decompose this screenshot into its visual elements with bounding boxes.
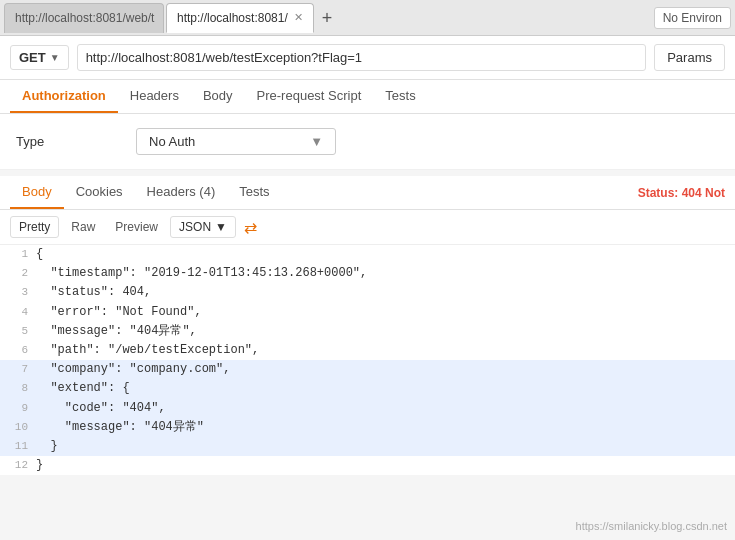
tab-tests[interactable]: Tests [373, 80, 427, 113]
auth-type-value: No Auth [149, 134, 195, 149]
add-tab-button[interactable]: + [316, 9, 339, 27]
line-number: 5 [0, 322, 36, 341]
json-lines: 1{2 "timestamp": "2019-12-01T13:45:13.26… [0, 245, 735, 475]
line-content: "timestamp": "2019-12-01T13:45:13.268+00… [36, 264, 735, 283]
browser-tab-2[interactable]: http://localhost:8081/ ✕ [166, 3, 314, 33]
json-line: 11 } [0, 437, 735, 456]
format-preview-button[interactable]: Preview [107, 217, 166, 237]
json-line: 8 "extend": { [0, 379, 735, 398]
auth-type-caret-icon: ▼ [310, 134, 323, 149]
line-content: "status": 404, [36, 283, 735, 302]
json-line: 10 "message": "404异常" [0, 418, 735, 437]
request-tabs: Authorization Headers Body Pre-request S… [0, 80, 735, 114]
line-content: "message": "404异常", [36, 322, 735, 341]
auth-type-label: Type [16, 134, 136, 149]
line-number: 4 [0, 303, 36, 322]
json-line: 9 "code": "404", [0, 399, 735, 418]
line-number: 3 [0, 283, 36, 302]
request-bar: GET ▼ Params [0, 36, 735, 80]
auth-type-row: Type No Auth ▼ [0, 114, 735, 170]
json-line: 6 "path": "/web/testException", [0, 341, 735, 360]
json-line: 1{ [0, 245, 735, 264]
line-number: 2 [0, 264, 36, 283]
line-content: "path": "/web/testException", [36, 341, 735, 360]
resp-tab-headers[interactable]: Headers (4) [135, 176, 228, 209]
format-raw-button[interactable]: Raw [63, 217, 103, 237]
line-content: } [36, 456, 735, 475]
format-pretty-button[interactable]: Pretty [10, 216, 59, 238]
line-number: 11 [0, 437, 36, 456]
response-json-body: 1{2 "timestamp": "2019-12-01T13:45:13.26… [0, 245, 735, 475]
browser-tab-1[interactable]: http://localhost:8081/web/t [4, 3, 164, 33]
line-content: { [36, 245, 735, 264]
status-label: Status: [638, 186, 679, 200]
line-content: "error": "Not Found", [36, 303, 735, 322]
line-content: "extend": { [36, 379, 735, 398]
url-input[interactable] [77, 44, 647, 71]
method-selector[interactable]: GET ▼ [10, 45, 69, 70]
browser-tabs-bar: http://localhost:8081/web/t http://local… [0, 0, 735, 36]
tab-prerequest[interactable]: Pre-request Script [245, 80, 374, 113]
response-tabs-row: Body Cookies Headers (4) Tests Status: 4… [0, 176, 735, 210]
wrap-icon[interactable]: ⇄ [244, 218, 257, 237]
line-content: } [36, 437, 735, 456]
json-line: 12} [0, 456, 735, 475]
line-number: 8 [0, 379, 36, 398]
line-content: "message": "404异常" [36, 418, 735, 437]
json-line: 3 "status": 404, [0, 283, 735, 302]
format-type-caret-icon: ▼ [215, 220, 227, 234]
line-number: 12 [0, 456, 36, 475]
response-format-bar: Pretty Raw Preview JSON ▼ ⇄ [0, 210, 735, 245]
line-number: 10 [0, 418, 36, 437]
resp-tab-cookies[interactable]: Cookies [64, 176, 135, 209]
tab-authorization[interactable]: Authorization [10, 80, 118, 113]
line-number: 6 [0, 341, 36, 360]
response-section: Body Cookies Headers (4) Tests Status: 4… [0, 170, 735, 475]
auth-type-selector[interactable]: No Auth ▼ [136, 128, 336, 155]
tab1-label: http://localhost:8081/web/t [15, 11, 154, 25]
method-caret-icon: ▼ [50, 52, 60, 63]
line-number: 9 [0, 399, 36, 418]
json-line: 2 "timestamp": "2019-12-01T13:45:13.268+… [0, 264, 735, 283]
format-type-selector[interactable]: JSON ▼ [170, 216, 236, 238]
format-type-value: JSON [179, 220, 211, 234]
line-number: 1 [0, 245, 36, 264]
status-value: 404 Not [682, 186, 725, 200]
resp-tab-body[interactable]: Body [10, 176, 64, 209]
json-line: 5 "message": "404异常", [0, 322, 735, 341]
tab-headers[interactable]: Headers [118, 80, 191, 113]
watermark: https://smilanicky.blog.csdn.net [576, 520, 727, 532]
no-environ-selector[interactable]: No Environ [654, 7, 731, 29]
tab2-close-icon[interactable]: ✕ [294, 11, 303, 24]
json-line: 4 "error": "Not Found", [0, 303, 735, 322]
line-content: "company": "company.com", [36, 360, 735, 379]
tab-body[interactable]: Body [191, 80, 245, 113]
json-line: 7 "company": "company.com", [0, 360, 735, 379]
response-status: Status: 404 Not [638, 186, 725, 200]
resp-tab-tests[interactable]: Tests [227, 176, 281, 209]
tab2-label: http://localhost:8081/ [177, 11, 288, 25]
line-number: 7 [0, 360, 36, 379]
method-label: GET [19, 50, 46, 65]
line-content: "code": "404", [36, 399, 735, 418]
params-button[interactable]: Params [654, 44, 725, 71]
